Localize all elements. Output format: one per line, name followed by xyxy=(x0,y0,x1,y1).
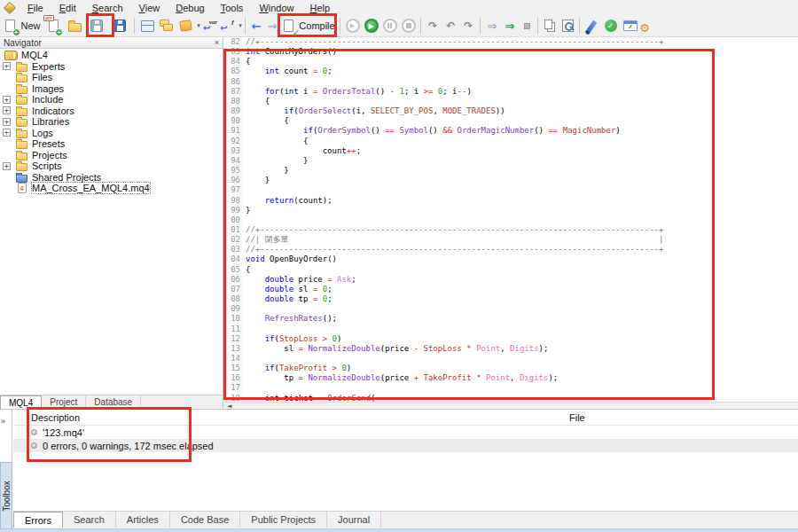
menu-debug[interactable]: Debug xyxy=(168,2,212,14)
expand-plus-icon[interactable]: + xyxy=(3,129,11,137)
scroll-left-icon[interactable]: ◄ xyxy=(227,403,231,409)
expand-plus-icon[interactable]: + xyxy=(3,118,11,126)
toolbox-tab-public-projects[interactable]: Public Projects xyxy=(240,512,327,528)
line-number: 02 xyxy=(224,235,242,245)
dropdown-arrow-icon[interactable]: ▾ xyxy=(197,22,200,29)
styler-button[interactable] xyxy=(583,16,601,35)
dropdown-arrow-icon[interactable]: ▾ xyxy=(239,22,242,29)
tree-item-experts[interactable]: +Experts xyxy=(0,61,223,73)
save-all-button[interactable] xyxy=(108,16,131,35)
line-number: 99 xyxy=(224,206,242,215)
tree-item-ma-cross-ea-mql4-mq4[interactable]: 4MA_Cross_EA_MQL4.mq4 xyxy=(0,183,223,194)
toolbox-tab-articles[interactable]: Articles xyxy=(116,512,170,528)
open-button[interactable] xyxy=(64,16,85,35)
pause-debugging-button[interactable] xyxy=(380,16,399,35)
tree-item-scripts[interactable]: +Scripts xyxy=(0,160,223,172)
storage-button[interactable]: ✓ xyxy=(601,16,620,35)
toolbox-vertical-tab[interactable]: Toolbox xyxy=(0,462,12,529)
compile-button[interactable]: ✓Compile xyxy=(280,16,337,35)
metatrader-window-icon xyxy=(622,18,638,34)
new-project-icon: pro+ xyxy=(45,18,61,34)
menu-search[interactable]: Search xyxy=(84,2,131,14)
toolbox-tab-journal[interactable]: Journal xyxy=(327,512,381,528)
line-number: 05 xyxy=(224,265,242,275)
save-button[interactable] xyxy=(85,16,108,35)
error-row[interactable]: 0 errors, 0 warnings, 172 msec elapsed xyxy=(13,439,798,452)
file-mq4-icon: 4 xyxy=(14,183,29,193)
column-description[interactable]: Description xyxy=(31,412,80,423)
line-number: 98 xyxy=(224,196,242,206)
breakpoint-button[interactable] xyxy=(519,16,535,35)
folder-icon xyxy=(14,128,29,138)
editor-horizontal-scrollbar[interactable]: ◄ xyxy=(224,402,798,409)
menu-tools[interactable]: Tools xyxy=(213,2,252,14)
navigator-close-icon[interactable]: × xyxy=(215,38,219,47)
navigator-toggle-button[interactable] xyxy=(157,16,176,35)
error-row[interactable]: '123.mq4' xyxy=(13,426,798,439)
line-number: 10 xyxy=(224,314,242,324)
tree-item-libraries[interactable]: +Libraries xyxy=(0,116,223,128)
stop-debugging-button[interactable] xyxy=(399,16,418,35)
tree-item-files[interactable]: Files xyxy=(0,72,223,83)
start-debugging-button[interactable]: ▶ xyxy=(362,16,380,35)
forward-button[interactable]: → xyxy=(264,16,280,35)
new-button[interactable]: +New xyxy=(2,16,43,35)
step-out-button[interactable]: ↷ xyxy=(459,16,477,35)
folder-icon xyxy=(14,116,29,127)
run-to-cursor-button[interactable]: ⇒ xyxy=(501,16,519,35)
code-line-90: 90 { xyxy=(224,116,798,126)
step-into-button[interactable]: ↷ xyxy=(424,16,442,35)
search-in-files-icon xyxy=(559,18,575,34)
back-button[interactable]: ← xyxy=(248,16,264,35)
code-line-06: 06 double price = Ask; xyxy=(224,275,798,285)
settings-gear-icon[interactable]: ⚙ xyxy=(637,20,653,35)
code-line-82: 82//+-----------------------------------… xyxy=(224,37,798,47)
step-over-button[interactable]: ↶ xyxy=(442,16,459,35)
tree-item-presets[interactable]: Presets xyxy=(0,138,223,150)
tree-item-label: Scripts xyxy=(32,160,62,171)
menu-help[interactable]: Help xyxy=(302,2,339,14)
expand-plus-icon[interactable]: + xyxy=(3,162,11,170)
code-editor[interactable]: 82//+-----------------------------------… xyxy=(224,37,798,409)
menu-edit[interactable]: Edit xyxy=(51,2,84,14)
tree-item-shared-projects[interactable]: Shared Projects xyxy=(0,172,223,184)
column-file[interactable]: File xyxy=(569,412,585,423)
toolbox-tab-search[interactable]: Search xyxy=(63,512,116,528)
tree-item-images[interactable]: Images xyxy=(0,83,223,95)
nav-tab-project[interactable]: Project xyxy=(42,395,86,409)
nav-tab-mql4[interactable]: MQL4 xyxy=(0,395,42,409)
new-project-button[interactable]: pro+ xyxy=(43,16,64,35)
folder-icon xyxy=(14,94,29,105)
toolbar-separator xyxy=(134,18,135,34)
menu-file[interactable]: File xyxy=(20,2,51,14)
tree-item-logs[interactable]: +Logs xyxy=(0,128,223,139)
tree-item-projects[interactable]: Projects xyxy=(0,150,223,161)
forward-arrow-icon: → xyxy=(264,18,280,34)
toolbox-tab-code-base[interactable]: Code Base xyxy=(170,512,240,528)
collapse-chevron-icon[interactable]: » xyxy=(1,417,5,426)
code-line-03: 03//+-----------------------------------… xyxy=(224,245,798,254)
tree-item-indicators[interactable]: +Indicators xyxy=(0,106,223,117)
templates-button[interactable]: ▾ xyxy=(176,16,201,35)
code-line-08: 08 double tp = 0; xyxy=(224,294,798,304)
expand-plus-icon[interactable]: + xyxy=(3,96,11,104)
run-to-cursor-gray-button[interactable]: ⇒ xyxy=(483,16,501,35)
menu-view[interactable]: View xyxy=(131,2,168,14)
tile-windows-button[interactable] xyxy=(137,16,157,35)
expand-plus-icon[interactable]: + xyxy=(3,106,11,114)
function-snippet-button[interactable]: ƒ↩▾ xyxy=(219,16,242,35)
var-snippet-button[interactable]: var↩ xyxy=(201,16,219,35)
tree-item-include[interactable]: +Include xyxy=(0,94,223,106)
line-number: 18 xyxy=(224,394,242,402)
nav-tab-database[interactable]: Database xyxy=(86,395,141,409)
line-number: 82 xyxy=(224,37,242,47)
start-profiling-button[interactable]: ▶ xyxy=(343,16,362,35)
menu-window[interactable]: Window xyxy=(251,2,301,14)
copy-button[interactable] xyxy=(541,16,559,35)
code-line-94: 94 } xyxy=(224,156,798,166)
code-line-12: 12 if(StopLoss > 0) xyxy=(224,334,798,344)
search-in-files-button[interactable] xyxy=(559,16,576,35)
tree-item-mql4[interactable]: MQL4 xyxy=(0,50,223,61)
expand-plus-icon[interactable]: + xyxy=(3,62,11,70)
toolbox-tab-errors[interactable]: Errors xyxy=(13,512,63,528)
